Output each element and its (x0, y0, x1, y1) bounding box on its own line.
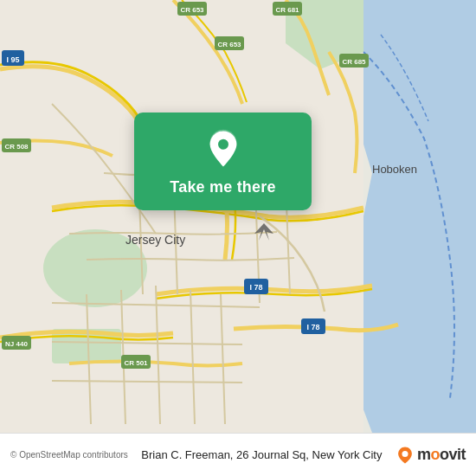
svg-text:Jersey City: Jersey City (125, 233, 185, 247)
svg-text:CR 508: CR 508 (4, 143, 29, 151)
cta-card[interactable]: Take me there (134, 113, 312, 210)
svg-text:NJ 440: NJ 440 (5, 340, 28, 348)
svg-text:CR 501: CR 501 (124, 359, 148, 367)
address-text: Brian C. Freeman, 26 Journal Sq, New Yor… (128, 448, 396, 461)
svg-text:CR 653: CR 653 (217, 41, 241, 48)
svg-point-34 (218, 139, 228, 150)
map-container[interactable]: Hoboken Jersey City I 95 CR 653 CR 653 C… (0, 0, 476, 433)
svg-text:I 78: I 78 (306, 323, 319, 331)
location-pin-icon (203, 128, 244, 170)
moovit-pin-icon (396, 446, 415, 465)
attribution-text: © OpenStreetMap contributors (10, 450, 128, 460)
svg-point-35 (402, 450, 408, 456)
moovit-o-letter: o (430, 446, 440, 463)
svg-text:I 78: I 78 (249, 283, 262, 292)
moovit-brand-text: moovit (417, 446, 466, 464)
svg-text:Hoboken: Hoboken (372, 163, 417, 176)
svg-text:I 95: I 95 (6, 55, 19, 64)
svg-text:CR 653: CR 653 (180, 6, 204, 14)
cta-label: Take me there (170, 178, 275, 196)
moovit-logo: moovit (396, 446, 466, 465)
bottom-bar: © OpenStreetMap contributors Brian C. Fr… (0, 433, 476, 476)
svg-text:CR 681: CR 681 (275, 6, 299, 14)
svg-text:CR 685: CR 685 (342, 58, 366, 66)
